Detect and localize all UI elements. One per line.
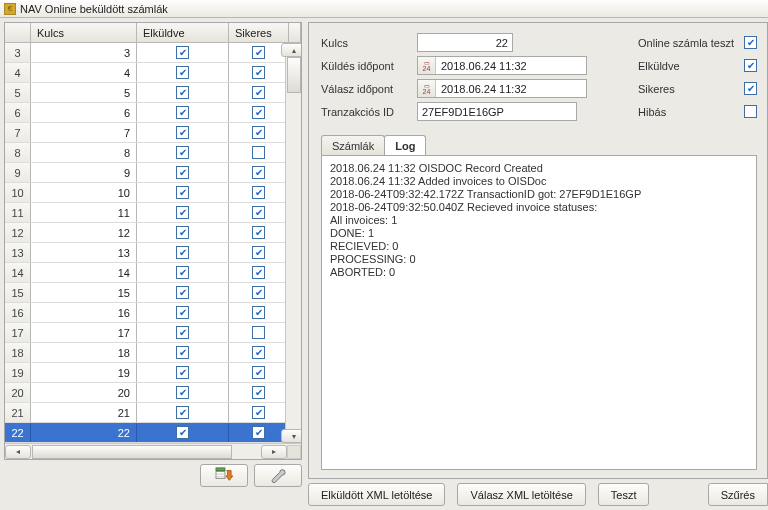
table-row[interactable]: 1212	[5, 223, 301, 243]
tab-log[interactable]: Log	[384, 135, 426, 155]
tab-szamlak[interactable]: Számlák	[321, 135, 385, 155]
horizontal-scrollbar[interactable]: ◂ ▸	[5, 443, 301, 459]
checkbox-icon[interactable]	[176, 286, 189, 299]
cell-sikeres[interactable]	[229, 223, 289, 242]
checkbox-icon[interactable]	[176, 226, 189, 239]
cell-elkuldve[interactable]	[137, 63, 229, 82]
checkbox-icon[interactable]	[252, 346, 265, 359]
cell-sikeres[interactable]	[229, 203, 289, 222]
checkbox-icon[interactable]	[252, 306, 265, 319]
col-header-sikeres[interactable]: Sikeres	[229, 23, 289, 42]
cell-sikeres[interactable]	[229, 283, 289, 302]
checkbox-icon[interactable]	[252, 406, 265, 419]
cell-elkuldve[interactable]	[137, 403, 229, 422]
checkbox-icon[interactable]	[176, 326, 189, 339]
checkbox-elkuldve[interactable]	[744, 59, 757, 72]
cell-elkuldve[interactable]	[137, 143, 229, 162]
scroll-right-button[interactable]: ▸	[261, 445, 287, 459]
checkbox-online-teszt[interactable]	[744, 36, 757, 49]
table-row[interactable]: 88	[5, 143, 301, 163]
table-row[interactable]: 2020	[5, 383, 301, 403]
checkbox-icon[interactable]	[252, 426, 265, 439]
field-valasz-idopont[interactable]: ▭24 2018.06.24 11:32	[417, 79, 587, 98]
checkbox-icon[interactable]	[176, 86, 189, 99]
hscroll-thumb[interactable]	[32, 445, 232, 459]
checkbox-icon[interactable]	[252, 226, 265, 239]
checkbox-hibas[interactable]	[744, 105, 757, 118]
export-button[interactable]	[200, 464, 248, 487]
cell-sikeres[interactable]	[229, 303, 289, 322]
checkbox-icon[interactable]	[252, 166, 265, 179]
cell-elkuldve[interactable]	[137, 123, 229, 142]
btn-szures[interactable]: Szűrés	[708, 483, 768, 506]
table-row[interactable]: 44	[5, 63, 301, 83]
checkbox-icon[interactable]	[252, 366, 265, 379]
cell-sikeres[interactable]	[229, 143, 289, 162]
checkbox-icon[interactable]	[252, 66, 265, 79]
scroll-up-button[interactable]: ▴	[281, 43, 302, 57]
field-kuldes-idopont[interactable]: ▭24 2018.06.24 11:32	[417, 56, 587, 75]
checkbox-icon[interactable]	[252, 186, 265, 199]
checkbox-icon[interactable]	[176, 406, 189, 419]
cell-elkuldve[interactable]	[137, 343, 229, 362]
table-row[interactable]: 2121	[5, 403, 301, 423]
settings-button[interactable]	[254, 464, 302, 487]
col-header-kulcs[interactable]: Kulcs	[31, 23, 137, 42]
checkbox-sikeres[interactable]	[744, 82, 757, 95]
cell-elkuldve[interactable]	[137, 363, 229, 382]
checkbox-icon[interactable]	[252, 146, 265, 159]
checkbox-icon[interactable]	[252, 266, 265, 279]
cell-elkuldve[interactable]	[137, 203, 229, 222]
checkbox-icon[interactable]	[252, 286, 265, 299]
table-row[interactable]: 66	[5, 103, 301, 123]
checkbox-icon[interactable]	[176, 66, 189, 79]
cell-sikeres[interactable]	[229, 163, 289, 182]
checkbox-icon[interactable]	[176, 346, 189, 359]
checkbox-icon[interactable]	[176, 166, 189, 179]
btn-valasz-xml[interactable]: Válasz XML letöltése	[457, 483, 585, 506]
cell-sikeres[interactable]	[229, 403, 289, 422]
cell-sikeres[interactable]	[229, 83, 289, 102]
checkbox-icon[interactable]	[252, 246, 265, 259]
cell-sikeres[interactable]	[229, 123, 289, 142]
cell-elkuldve[interactable]	[137, 83, 229, 102]
cell-sikeres[interactable]	[229, 263, 289, 282]
checkbox-icon[interactable]	[252, 46, 265, 59]
field-tranzakcios-id[interactable]: 27EF9D1E16GP	[417, 102, 577, 121]
cell-sikeres[interactable]	[229, 183, 289, 202]
cell-elkuldve[interactable]	[137, 43, 229, 62]
table-row[interactable]: 1717	[5, 323, 301, 343]
table-row[interactable]: 2222▸	[5, 423, 301, 443]
checkbox-icon[interactable]	[252, 326, 265, 339]
checkbox-icon[interactable]	[176, 46, 189, 59]
table-row[interactable]: 33	[5, 43, 301, 63]
cell-elkuldve[interactable]	[137, 183, 229, 202]
btn-elkuldott-xml[interactable]: Elküldött XML letöltése	[308, 483, 445, 506]
checkbox-icon[interactable]	[252, 106, 265, 119]
cell-elkuldve[interactable]	[137, 243, 229, 262]
checkbox-icon[interactable]	[176, 386, 189, 399]
checkbox-icon[interactable]	[252, 126, 265, 139]
calendar-icon[interactable]: ▭24	[418, 57, 436, 74]
table-row[interactable]: 77	[5, 123, 301, 143]
checkbox-icon[interactable]	[176, 266, 189, 279]
cell-sikeres[interactable]	[229, 103, 289, 122]
checkbox-icon[interactable]	[176, 126, 189, 139]
checkbox-icon[interactable]	[176, 206, 189, 219]
cell-elkuldve[interactable]	[137, 423, 229, 442]
checkbox-icon[interactable]	[176, 426, 189, 439]
checkbox-icon[interactable]	[176, 186, 189, 199]
cell-sikeres[interactable]	[229, 383, 289, 402]
vertical-scrollbar[interactable]: ▴ ▾	[285, 43, 301, 443]
scroll-thumb[interactable]	[287, 57, 301, 93]
btn-teszt[interactable]: Teszt	[598, 483, 650, 506]
cell-sikeres[interactable]	[229, 323, 289, 342]
checkbox-icon[interactable]	[252, 206, 265, 219]
field-kulcs[interactable]: 22	[417, 33, 513, 52]
checkbox-icon[interactable]	[176, 366, 189, 379]
calendar-icon[interactable]: ▭24	[418, 80, 436, 97]
table-row[interactable]: 1616	[5, 303, 301, 323]
cell-elkuldve[interactable]	[137, 263, 229, 282]
table-row[interactable]: 99	[5, 163, 301, 183]
cell-elkuldve[interactable]	[137, 103, 229, 122]
